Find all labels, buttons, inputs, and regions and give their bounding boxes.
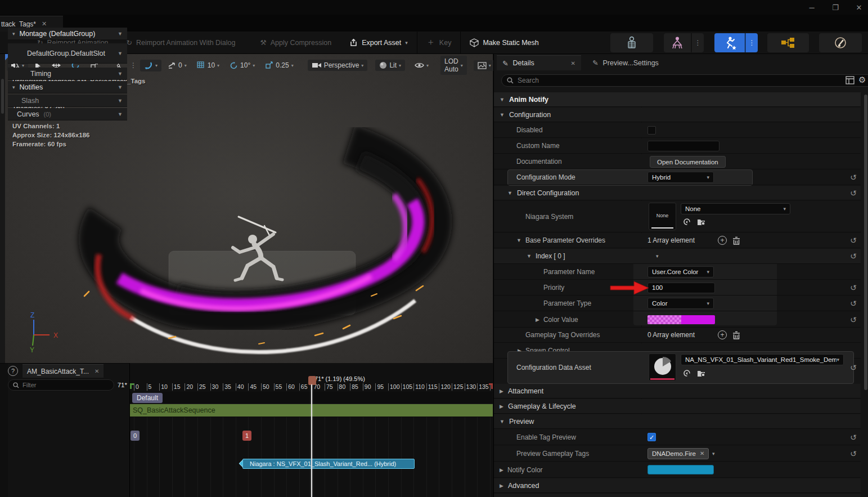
screenshot-button[interactable]: ▾: [474, 60, 495, 71]
element-options-chevron[interactable]: ▾: [656, 253, 659, 259]
reset-icon[interactable]: ↺: [850, 173, 857, 182]
open-documentation-button[interactable]: Open Documentation: [650, 156, 726, 168]
chevron-down-icon[interactable]: ▼: [118, 111, 123, 117]
reset-icon[interactable]: ↺: [850, 433, 857, 442]
details-tab-close-icon[interactable]: ✕: [571, 60, 575, 66]
camera-perspective-button[interactable]: Perspective▾: [308, 60, 368, 71]
skeleton-asset-button[interactable]: [610, 33, 653, 52]
animation-asset-button[interactable]: [714, 33, 745, 52]
details-scrollbar-thumb[interactable]: [864, 95, 867, 390]
location-snap-button[interactable]: 0▾: [164, 60, 191, 71]
expander-icon[interactable]: ▼: [494, 238, 521, 243]
category-advanced[interactable]: ▶Advanced: [494, 478, 861, 493]
section-default-chip[interactable]: Default: [132, 393, 163, 403]
scale-snap-button[interactable]: 0.25▾: [261, 60, 297, 71]
skeletal-mesh-options-button[interactable]: ⋮: [691, 33, 704, 52]
color-value-swatch[interactable]: [647, 315, 715, 324]
reset-icon[interactable]: ↺: [850, 315, 857, 324]
chevron-down-icon[interactable]: ▼: [118, 71, 123, 77]
category-gameplay-lifecycle[interactable]: ▶Gameplay & Lifecycle: [494, 399, 861, 414]
niagara-system-dropdown[interactable]: None▾: [681, 203, 790, 214]
gameplay-tag-chip[interactable]: DNADemo.Fire ✕: [647, 448, 709, 459]
surface-snap-button[interactable]: ▾: [140, 60, 161, 71]
expander-icon[interactable]: ▶: [500, 404, 503, 409]
parameter-name-dropdown[interactable]: User.Core Color▾: [647, 266, 714, 277]
chevron-down-icon[interactable]: ▼: [118, 84, 123, 90]
expander-icon[interactable]: ▶: [494, 317, 539, 323]
viewport-left-scrollbar-thumb[interactable]: [1, 79, 4, 114]
disabled-checkbox[interactable]: [647, 126, 656, 135]
playhead-line[interactable]: [311, 384, 312, 497]
expander-icon[interactable]: ▶: [500, 483, 503, 489]
expander-icon[interactable]: ▼: [507, 190, 512, 196]
reset-icon[interactable]: ↺: [850, 283, 857, 292]
data-asset-thumbnail[interactable]: [649, 353, 676, 381]
expander-icon[interactable]: ▼: [500, 97, 505, 102]
details-search-box[interactable]: [501, 74, 868, 87]
playhead-marker[interactable]: [308, 376, 316, 385]
tab-close-icon[interactable]: ✕: [42, 20, 47, 28]
expander-icon[interactable]: ▼: [500, 419, 505, 424]
chevron-down-icon[interactable]: ▼: [118, 51, 123, 56]
grid-snap-button[interactable]: 10▾: [193, 60, 223, 71]
expander-icon[interactable]: ▼: [494, 253, 532, 259]
minimize-button[interactable]: ─: [803, 2, 820, 13]
chevron-down-icon[interactable]: ▼: [118, 98, 123, 104]
add-array-element-icon[interactable]: +: [718, 236, 727, 245]
delete-array-icon[interactable]: [732, 236, 740, 245]
montage-tab-close-icon[interactable]: ✕: [95, 368, 99, 374]
timing-marker-0[interactable]: 0: [131, 431, 140, 441]
skeletal-mesh-asset-button[interactable]: [664, 33, 691, 52]
close-button[interactable]: ✕: [851, 2, 867, 13]
montage-asset-tab[interactable]: AM_BasicAttack_T... ✕: [23, 364, 104, 378]
display-filter-icon[interactable]: [845, 76, 854, 86]
montage-group-row[interactable]: ▾ Montage (DefaultGroup)▼: [8, 28, 127, 40]
expander-icon[interactable]: ▶: [500, 388, 503, 394]
use-selected-icon[interactable]: [683, 369, 691, 378]
use-selected-icon[interactable]: [683, 218, 691, 226]
physics-asset-button[interactable]: [819, 33, 862, 52]
category-preview[interactable]: ▼Preview: [494, 414, 861, 429]
parameter-type-dropdown[interactable]: Color▾: [647, 298, 714, 309]
configuration-mode-dropdown[interactable]: Hybrid▾: [647, 172, 714, 183]
niagara-notify-bar[interactable]: Niagara : NS_VFX_01_Slash_Variant_Red...…: [242, 459, 415, 469]
notify-color-swatch[interactable]: [647, 465, 714, 474]
niagara-thumbnail[interactable]: None: [649, 203, 676, 230]
settings-gear-icon[interactable]: ⚙: [858, 75, 866, 85]
delete-array-icon[interactable]: [732, 331, 740, 340]
help-icon[interactable]: ?: [8, 366, 18, 376]
reset-icon[interactable]: ↺: [850, 236, 857, 245]
export-asset-button[interactable]: Export Asset ▾: [340, 32, 417, 54]
reset-icon[interactable]: ↺: [850, 299, 857, 308]
rotation-snap-button[interactable]: 10°▾: [226, 60, 259, 71]
filter-input[interactable]: [23, 382, 90, 388]
expander-icon[interactable]: ▾: [12, 84, 15, 90]
reset-icon[interactable]: ↺: [850, 449, 857, 458]
enable-tag-preview-checkbox[interactable]: ✓: [647, 433, 656, 441]
priority-input[interactable]: 100: [647, 283, 715, 293]
timing-marker-1[interactable]: 1: [242, 431, 251, 441]
timing-row[interactable]: Timing▼: [8, 68, 127, 80]
custom-name-input[interactable]: [647, 141, 719, 151]
slot-row[interactable]: DefaultGroup.DefaultSlot▼: [8, 43, 127, 64]
reset-icon[interactable]: ↺: [850, 189, 857, 198]
category-attachment[interactable]: ▶Attachment: [494, 384, 861, 399]
lod-auto-button[interactable]: LOD Auto▾: [440, 56, 467, 75]
animation-options-button[interactable]: ⋮: [745, 33, 758, 52]
reset-icon[interactable]: ↺: [850, 252, 857, 261]
add-array-element-icon[interactable]: +: [718, 330, 727, 339]
snap-options-dots[interactable]: ⋮: [129, 60, 138, 71]
chevron-down-icon[interactable]: ▼: [118, 31, 123, 37]
expander-icon[interactable]: ▾: [12, 31, 15, 37]
make-static-mesh-button[interactable]: Make Static Mesh: [461, 32, 547, 54]
reset-icon[interactable]: ↺: [850, 363, 857, 372]
restore-button[interactable]: ❐: [827, 2, 844, 13]
browse-to-asset-icon[interactable]: [697, 369, 706, 378]
tag-remove-icon[interactable]: ✕: [700, 450, 704, 456]
chevron-down-icon[interactable]: ▾: [712, 451, 715, 456]
configuration-data-asset-dropdown[interactable]: NA_NS_VFX_01_Slash_Variant_Red1_Smoke_De…: [681, 354, 844, 365]
show-flags-button[interactable]: ▾: [411, 60, 433, 70]
blueprint-asset-button[interactable]: [767, 33, 809, 52]
category-anim-notify[interactable]: ▼Anim Notify: [494, 92, 861, 107]
tab-details[interactable]: ✎ Details ✕: [497, 55, 581, 70]
